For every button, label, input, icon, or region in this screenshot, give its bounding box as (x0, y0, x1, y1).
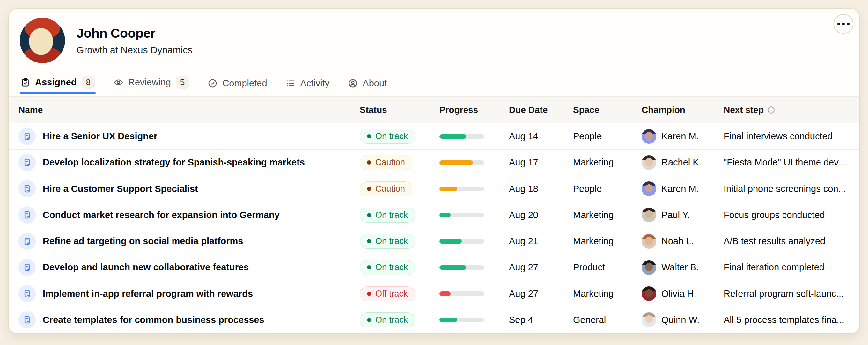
progress-cell (439, 265, 509, 270)
next-step: Final interviews conducted (723, 131, 849, 142)
task-name-cell: Hire a Customer Support Specialist (19, 180, 360, 197)
status-badge: On track (360, 260, 415, 275)
champion-cell: Rachel K. (642, 155, 723, 170)
champion-avatar (642, 129, 656, 144)
progress-bar (439, 134, 484, 139)
avatar (20, 18, 65, 63)
next-step: "Fiesta Mode" UI theme dev... (723, 157, 849, 168)
table-row[interactable]: Conduct market research for expansion in… (9, 202, 859, 228)
status-dot-icon (367, 239, 371, 243)
task-type-icon (19, 128, 36, 145)
info-icon (767, 106, 775, 114)
progress-bar (439, 318, 484, 322)
progress-bar (439, 213, 484, 217)
progress-fill (439, 187, 457, 191)
tab-about[interactable]: About (348, 75, 387, 96)
champion-avatar (642, 312, 656, 327)
more-options-button[interactable] (834, 14, 853, 34)
champion-name: Rachel K. (661, 157, 702, 168)
champion-cell: Olivia H. (642, 286, 723, 301)
profile-card: John Cooper Growth at Nexus Dynamics Ass… (8, 8, 860, 334)
status-badge: Off track (360, 286, 415, 301)
space: Marketing (573, 236, 642, 247)
tab-reviewing[interactable]: Reviewing5 (114, 73, 189, 96)
person-icon (348, 79, 358, 88)
progress-fill (439, 134, 466, 139)
progress-bar (439, 239, 484, 244)
tab-label: Assigned (35, 77, 77, 88)
progress-fill (439, 291, 451, 296)
due-date: Aug 21 (509, 236, 573, 247)
progress-cell (439, 213, 509, 217)
progress-fill (439, 265, 466, 270)
task-name[interactable]: Implement in-app referral program with r… (43, 288, 253, 299)
tab-label: Completed (222, 78, 267, 89)
task-icon (22, 237, 32, 246)
status-cell: On track (360, 208, 439, 223)
due-date: Aug 14 (509, 131, 573, 142)
tab-activity[interactable]: Activity (286, 75, 330, 96)
task-name[interactable]: Hire a Senior UX Designer (43, 131, 157, 142)
table-row[interactable]: Hire a Senior UX DesignerOn trackAug 14P… (9, 123, 859, 150)
status-dot-icon (367, 213, 371, 217)
column-header-space: Space (573, 105, 642, 115)
status-badge: On track (360, 312, 415, 327)
space: People (573, 184, 642, 194)
due-date: Aug 20 (509, 210, 573, 220)
table-row[interactable]: Implement in-app referral program with r… (9, 281, 859, 307)
page-title: John Cooper (76, 26, 192, 41)
due-date: Aug 18 (509, 184, 573, 194)
next-step: All 5 process templates fina... (723, 315, 849, 325)
task-icon (22, 210, 32, 220)
status-dot-icon (367, 318, 371, 322)
task-name-cell: Implement in-app referral program with r… (19, 285, 360, 302)
table-row[interactable]: Develop and launch new collaborative fea… (9, 254, 859, 281)
status-cell: Caution (360, 181, 439, 196)
status-dot-icon (367, 292, 371, 296)
list-icon (286, 79, 296, 88)
column-header-name: Name (19, 105, 360, 115)
tab-label: Activity (300, 78, 330, 89)
task-type-icon (19, 180, 36, 197)
tab-label: About (363, 78, 387, 89)
tab-completed[interactable]: Completed (208, 75, 267, 96)
status-cell: On track (360, 234, 439, 249)
champion-avatar (642, 286, 656, 301)
progress-cell (439, 239, 509, 244)
due-date: Aug 27 (509, 288, 573, 299)
status-cell: On track (360, 129, 439, 144)
profile-header: John Cooper Growth at Nexus Dynamics Ass… (9, 9, 859, 96)
task-name[interactable]: Conduct market research for expansion in… (43, 210, 280, 220)
status-cell: Caution (360, 155, 439, 170)
task-name[interactable]: Develop localization strategy for Spanis… (43, 157, 305, 168)
task-name[interactable]: Develop and launch new collaborative fea… (43, 262, 249, 273)
champion-name: Noah L. (661, 236, 694, 247)
task-name-cell: Conduct market research for expansion in… (19, 206, 360, 223)
next-step: A/B test results analyzed (723, 236, 849, 247)
progress-fill (439, 160, 473, 165)
space: Marketing (573, 288, 642, 299)
status-dot-icon (367, 265, 371, 270)
tab-assigned[interactable]: Assigned8 (21, 73, 95, 96)
table-row[interactable]: Hire a Customer Support SpecialistCautio… (9, 176, 859, 202)
progress-fill (439, 213, 451, 217)
task-name[interactable]: Create templates for common business pro… (43, 315, 265, 325)
space: Product (573, 262, 642, 273)
task-icon (22, 184, 32, 193)
status-badge: Caution (360, 155, 412, 170)
space: Marketing (573, 210, 642, 220)
champion-avatar (642, 208, 656, 222)
task-type-icon (19, 285, 36, 302)
task-type-icon (19, 259, 36, 276)
task-name[interactable]: Refine ad targeting on social media plat… (43, 236, 243, 247)
table-row[interactable]: Refine ad targeting on social media plat… (9, 228, 859, 254)
champion-cell: Walter B. (642, 260, 723, 275)
task-name[interactable]: Hire a Customer Support Specialist (43, 184, 198, 194)
progress-bar (439, 291, 484, 296)
progress-bar (439, 160, 484, 165)
champion-cell: Quinn W. (642, 312, 723, 327)
column-header-status: Status (360, 105, 439, 115)
table-row[interactable]: Create templates for common business pro… (9, 307, 859, 333)
table-row[interactable]: Develop localization strategy for Spanis… (9, 150, 859, 176)
status-dot-icon (367, 134, 371, 138)
